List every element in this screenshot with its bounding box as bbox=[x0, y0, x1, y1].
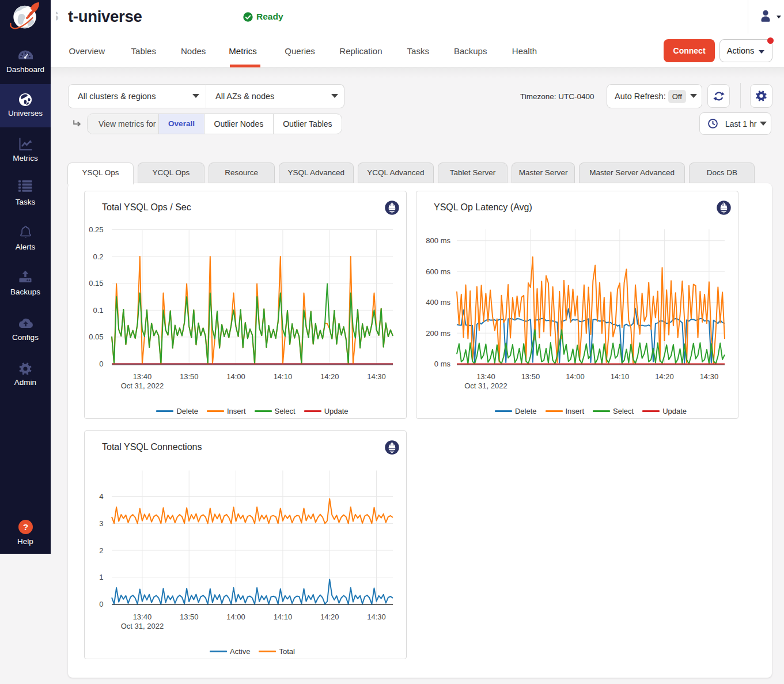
svg-text:0 ms: 0 ms bbox=[434, 360, 451, 368]
svg-text:0.25: 0.25 bbox=[89, 225, 103, 234]
svg-text:14:30: 14:30 bbox=[367, 613, 386, 621]
svg-text:14:00: 14:00 bbox=[226, 613, 245, 621]
svg-text:1: 1 bbox=[99, 573, 103, 581]
svg-text:Oct 31, 2022: Oct 31, 2022 bbox=[464, 381, 507, 390]
svg-text:0.05: 0.05 bbox=[89, 332, 103, 341]
svg-text:0: 0 bbox=[99, 600, 103, 609]
svg-text:4: 4 bbox=[99, 492, 103, 501]
svg-text:14:20: 14:20 bbox=[320, 613, 339, 621]
svg-text:14:00: 14:00 bbox=[226, 372, 245, 381]
svg-text:14:00: 14:00 bbox=[566, 372, 585, 381]
svg-text:0.1: 0.1 bbox=[93, 306, 103, 315]
svg-text:13:40: 13:40 bbox=[133, 372, 152, 381]
svg-text:2: 2 bbox=[99, 546, 103, 555]
svg-text:600 ms: 600 ms bbox=[426, 267, 450, 276]
svg-text:0: 0 bbox=[99, 360, 103, 368]
svg-text:0.15: 0.15 bbox=[89, 279, 103, 288]
svg-text:13:50: 13:50 bbox=[180, 613, 199, 621]
svg-text:14:10: 14:10 bbox=[274, 372, 293, 381]
svg-text:13:50: 13:50 bbox=[180, 372, 199, 381]
svg-text:14:30: 14:30 bbox=[367, 372, 386, 381]
svg-text:Oct 31, 2022: Oct 31, 2022 bbox=[121, 622, 164, 630]
svg-text:3: 3 bbox=[99, 519, 103, 528]
svg-text:14:10: 14:10 bbox=[611, 372, 630, 381]
svg-text:0.2: 0.2 bbox=[93, 252, 103, 261]
svg-text:Oct 31, 2022: Oct 31, 2022 bbox=[121, 381, 164, 390]
svg-text:14:10: 14:10 bbox=[274, 613, 293, 621]
svg-text:200 ms: 200 ms bbox=[426, 329, 450, 338]
svg-text:14:20: 14:20 bbox=[320, 372, 339, 381]
svg-text:13:40: 13:40 bbox=[476, 372, 495, 381]
svg-text:?: ? bbox=[22, 522, 28, 532]
svg-text:14:30: 14:30 bbox=[700, 372, 719, 381]
svg-text:800 ms: 800 ms bbox=[426, 236, 450, 245]
svg-text:400 ms: 400 ms bbox=[426, 298, 450, 307]
svg-text:13:50: 13:50 bbox=[521, 372, 540, 381]
svg-text:14:20: 14:20 bbox=[655, 372, 674, 381]
svg-text:13:40: 13:40 bbox=[133, 613, 152, 621]
